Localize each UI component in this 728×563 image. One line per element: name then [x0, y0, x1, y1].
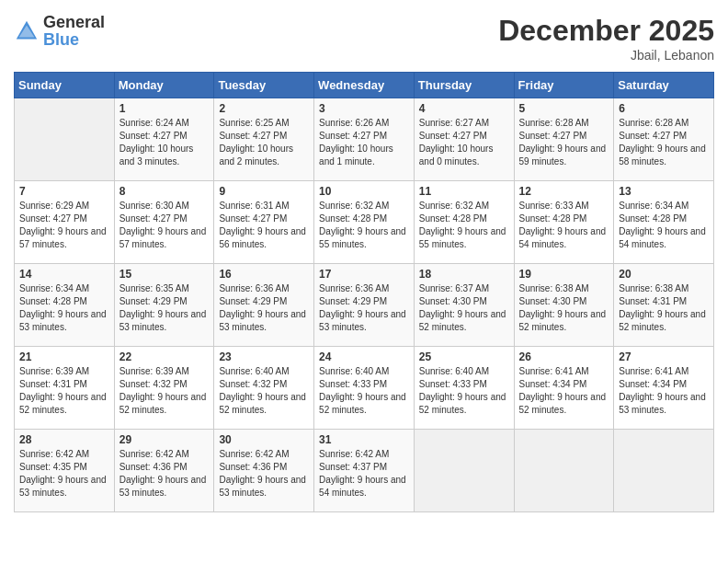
calendar-cell: 9 Sunrise: 6:31 AMSunset: 4:27 PMDayligh… — [214, 181, 314, 264]
day-info: Sunrise: 6:37 AMSunset: 4:30 PMDaylight:… — [419, 282, 509, 334]
calendar-cell: 17 Sunrise: 6:36 AMSunset: 4:29 PMDaylig… — [314, 264, 415, 347]
day-number: 4 — [419, 102, 509, 115]
day-number: 17 — [319, 268, 409, 281]
day-number: 2 — [219, 102, 309, 115]
day-number: 18 — [419, 268, 509, 281]
day-number: 8 — [119, 185, 210, 198]
calendar-cell: 20 Sunrise: 6:38 AMSunset: 4:31 PMDaylig… — [614, 264, 714, 347]
location: Jbail, Lebanon — [498, 48, 714, 63]
calendar-week-row: 28 Sunrise: 6:42 AMSunset: 4:35 PMDaylig… — [15, 430, 714, 512]
calendar-cell: 31 Sunrise: 6:42 AMSunset: 4:37 PMDaylig… — [314, 430, 415, 512]
day-info: Sunrise: 6:42 AMSunset: 4:36 PMDaylight:… — [219, 448, 309, 500]
day-info: Sunrise: 6:38 AMSunset: 4:31 PMDaylight:… — [619, 282, 709, 334]
day-number: 15 — [119, 268, 210, 281]
calendar-cell — [414, 430, 514, 512]
calendar-cell: 6 Sunrise: 6:28 AMSunset: 4:27 PMDayligh… — [614, 98, 714, 181]
day-number: 1 — [119, 102, 210, 115]
day-info: Sunrise: 6:38 AMSunset: 4:30 PMDaylight:… — [519, 282, 609, 334]
calendar-cell: 19 Sunrise: 6:38 AMSunset: 4:30 PMDaylig… — [514, 264, 614, 347]
day-info: Sunrise: 6:34 AMSunset: 4:28 PMDaylight:… — [619, 200, 709, 251]
logo: General Blue — [14, 14, 105, 49]
day-number: 5 — [519, 102, 609, 115]
day-number: 12 — [519, 185, 609, 198]
day-info: Sunrise: 6:28 AMSunset: 4:27 PMDaylight:… — [619, 117, 709, 168]
calendar-cell: 29 Sunrise: 6:42 AMSunset: 4:36 PMDaylig… — [114, 430, 214, 512]
calendar-cell: 8 Sunrise: 6:30 AMSunset: 4:27 PMDayligh… — [114, 181, 214, 264]
day-info: Sunrise: 6:36 AMSunset: 4:29 PMDaylight:… — [319, 282, 409, 334]
day-info: Sunrise: 6:26 AMSunset: 4:27 PMDaylight:… — [319, 117, 409, 168]
day-info: Sunrise: 6:28 AMSunset: 4:27 PMDaylight:… — [519, 117, 609, 168]
day-number: 21 — [19, 350, 109, 363]
calendar-cell: 15 Sunrise: 6:35 AMSunset: 4:29 PMDaylig… — [114, 264, 214, 347]
calendar-week-row: 14 Sunrise: 6:34 AMSunset: 4:28 PMDaylig… — [15, 264, 714, 347]
day-number: 13 — [619, 185, 709, 198]
day-number: 10 — [319, 185, 409, 198]
day-info: Sunrise: 6:36 AMSunset: 4:29 PMDaylight:… — [219, 282, 309, 334]
calendar-week-row: 7 Sunrise: 6:29 AMSunset: 4:27 PMDayligh… — [15, 181, 714, 264]
calendar-cell: 5 Sunrise: 6:28 AMSunset: 4:27 PMDayligh… — [514, 98, 614, 181]
day-number: 7 — [19, 185, 109, 198]
day-number: 25 — [419, 350, 509, 363]
day-info: Sunrise: 6:25 AMSunset: 4:27 PMDaylight:… — [219, 117, 309, 168]
day-info: Sunrise: 6:30 AMSunset: 4:27 PMDaylight:… — [119, 200, 210, 251]
calendar-cell: 1 Sunrise: 6:24 AMSunset: 4:27 PMDayligh… — [114, 98, 214, 181]
day-number: 27 — [619, 350, 709, 363]
day-number: 6 — [619, 102, 709, 115]
day-number: 29 — [119, 433, 210, 446]
calendar-cell: 10 Sunrise: 6:32 AMSunset: 4:28 PMDaylig… — [314, 181, 415, 264]
calendar-cell — [614, 430, 714, 512]
weekday-header: Monday — [114, 73, 214, 98]
day-info: Sunrise: 6:40 AMSunset: 4:32 PMDaylight:… — [219, 365, 309, 417]
weekday-header: Wednesday — [314, 73, 415, 98]
day-number: 23 — [219, 350, 309, 363]
calendar-cell: 2 Sunrise: 6:25 AMSunset: 4:27 PMDayligh… — [214, 98, 314, 181]
day-info: Sunrise: 6:40 AMSunset: 4:33 PMDaylight:… — [419, 365, 509, 417]
day-number: 26 — [519, 350, 609, 363]
weekday-header: Sunday — [15, 73, 115, 98]
calendar-cell: 30 Sunrise: 6:42 AMSunset: 4:36 PMDaylig… — [214, 430, 314, 512]
day-number: 31 — [319, 433, 409, 446]
day-info: Sunrise: 6:42 AMSunset: 4:36 PMDaylight:… — [119, 448, 210, 500]
day-info: Sunrise: 6:39 AMSunset: 4:32 PMDaylight:… — [119, 365, 210, 417]
day-info: Sunrise: 6:29 AMSunset: 4:27 PMDaylight:… — [19, 200, 109, 251]
calendar-cell: 16 Sunrise: 6:36 AMSunset: 4:29 PMDaylig… — [214, 264, 314, 347]
day-info: Sunrise: 6:27 AMSunset: 4:27 PMDaylight:… — [419, 117, 509, 168]
day-info: Sunrise: 6:35 AMSunset: 4:29 PMDaylight:… — [119, 282, 210, 334]
calendar-week-row: 21 Sunrise: 6:39 AMSunset: 4:31 PMDaylig… — [15, 347, 714, 430]
day-info: Sunrise: 6:24 AMSunset: 4:27 PMDaylight:… — [119, 117, 210, 168]
day-info: Sunrise: 6:33 AMSunset: 4:28 PMDaylight:… — [519, 200, 609, 251]
day-number: 3 — [319, 102, 409, 115]
day-number: 20 — [619, 268, 709, 281]
calendar-cell: 3 Sunrise: 6:26 AMSunset: 4:27 PMDayligh… — [314, 98, 415, 181]
calendar-week-row: 1 Sunrise: 6:24 AMSunset: 4:27 PMDayligh… — [15, 98, 714, 181]
calendar-cell: 22 Sunrise: 6:39 AMSunset: 4:32 PMDaylig… — [114, 347, 214, 430]
calendar-table: SundayMondayTuesdayWednesdayThursdayFrid… — [14, 72, 714, 512]
day-info: Sunrise: 6:40 AMSunset: 4:33 PMDaylight:… — [319, 365, 409, 417]
day-number: 14 — [19, 268, 109, 281]
weekday-header: Tuesday — [214, 73, 314, 98]
day-info: Sunrise: 6:34 AMSunset: 4:28 PMDaylight:… — [19, 282, 109, 334]
calendar-cell — [514, 430, 614, 512]
day-number: 19 — [519, 268, 609, 281]
weekday-header: Thursday — [414, 73, 514, 98]
logo-blue: Blue — [43, 30, 79, 49]
weekday-header-row: SundayMondayTuesdayWednesdayThursdayFrid… — [15, 73, 714, 98]
month-title: December 2025 — [498, 14, 714, 48]
calendar-cell: 18 Sunrise: 6:37 AMSunset: 4:30 PMDaylig… — [414, 264, 514, 347]
day-number: 11 — [419, 185, 509, 198]
day-info: Sunrise: 6:39 AMSunset: 4:31 PMDaylight:… — [19, 365, 109, 417]
calendar-cell — [15, 98, 115, 181]
day-info: Sunrise: 6:42 AMSunset: 4:37 PMDaylight:… — [319, 448, 409, 500]
calendar-cell: 11 Sunrise: 6:32 AMSunset: 4:28 PMDaylig… — [414, 181, 514, 264]
day-number: 9 — [219, 185, 309, 198]
logo-general: General — [43, 13, 105, 31]
calendar-cell: 14 Sunrise: 6:34 AMSunset: 4:28 PMDaylig… — [15, 264, 115, 347]
day-number: 22 — [119, 350, 210, 363]
calendar-cell: 28 Sunrise: 6:42 AMSunset: 4:35 PMDaylig… — [15, 430, 115, 512]
calendar-cell: 27 Sunrise: 6:41 AMSunset: 4:34 PMDaylig… — [614, 347, 714, 430]
logo-icon — [14, 18, 40, 44]
calendar-cell: 25 Sunrise: 6:40 AMSunset: 4:33 PMDaylig… — [414, 347, 514, 430]
day-info: Sunrise: 6:42 AMSunset: 4:35 PMDaylight:… — [19, 448, 109, 500]
weekday-header: Saturday — [614, 73, 714, 98]
day-info: Sunrise: 6:41 AMSunset: 4:34 PMDaylight:… — [519, 365, 609, 417]
